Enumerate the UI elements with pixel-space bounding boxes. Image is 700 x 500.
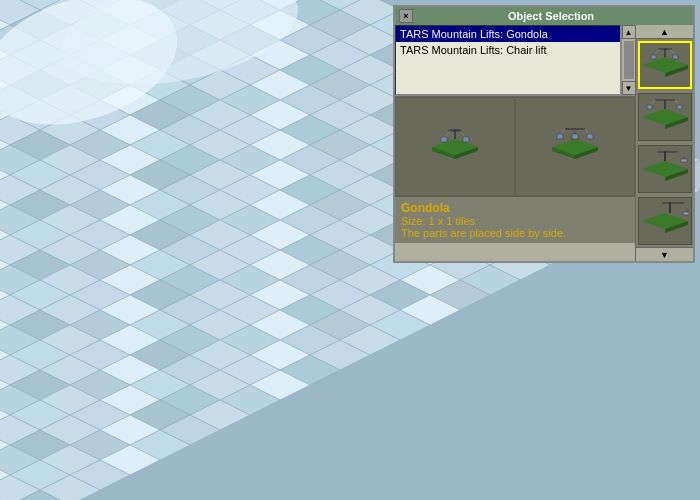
gondola-preview-right xyxy=(550,125,600,169)
list-item[interactable]: TARS Mountain Lifts: Chair lift xyxy=(396,42,620,58)
svg-rect-19 xyxy=(572,134,578,139)
thumb-gondola-1 xyxy=(640,43,690,87)
svg-rect-27 xyxy=(651,55,656,59)
thumbnail-2[interactable] xyxy=(638,93,692,141)
svg-rect-35 xyxy=(677,105,682,109)
thumb-gondola-2 xyxy=(640,95,690,139)
item-list: TARS Mountain Lifts: Gondola TARS Mounta… xyxy=(395,25,621,95)
preview-area xyxy=(395,96,635,196)
list-item[interactable]: TARS Mountain Lifts: Gondola xyxy=(396,26,620,42)
scroll-down-arrow[interactable]: ▼ xyxy=(622,81,636,95)
thumbnail-4[interactable] xyxy=(638,197,692,245)
thumbnail-1[interactable] xyxy=(638,41,692,89)
panel-title: Object Selection xyxy=(413,10,689,22)
info-name: Gondola xyxy=(401,201,629,215)
panel-body: TARS Mountain Lifts: Gondola TARS Mounta… xyxy=(395,25,693,261)
svg-rect-51 xyxy=(683,212,689,215)
preview-cell-left[interactable] xyxy=(395,97,515,196)
svg-rect-7 xyxy=(441,137,447,142)
thumbnail-3[interactable] xyxy=(638,145,692,193)
scroll-up-arrow[interactable]: ▲ xyxy=(622,25,636,39)
preview-cell-right[interactable] xyxy=(515,97,635,196)
svg-rect-9 xyxy=(463,137,469,142)
list-scrollbar: ▲ ▼ xyxy=(621,25,635,95)
info-desc: The parts are placed side by side. xyxy=(401,227,629,239)
close-button[interactable]: × xyxy=(399,9,413,23)
scroll-thumb[interactable] xyxy=(624,41,634,79)
item-list-container: TARS Mountain Lifts: Gondola TARS Mounta… xyxy=(395,25,635,96)
gondola-preview-left xyxy=(430,125,480,169)
thumb-scroll-down[interactable]: ▼ xyxy=(636,247,693,261)
thumb-chairlift-2 xyxy=(640,199,690,243)
svg-rect-29 xyxy=(673,55,678,59)
thumb-chairlift-1 xyxy=(640,147,690,191)
svg-rect-37 xyxy=(647,105,652,109)
thumb-scroll-up[interactable]: ▲ xyxy=(636,25,693,39)
info-size: Size: 1 x 1 tiles xyxy=(401,215,629,227)
svg-line-42 xyxy=(676,152,684,159)
svg-rect-44 xyxy=(681,159,687,162)
right-thumbnails: ▲ xyxy=(635,25,693,261)
info-size-value: 1 x 1 tiles xyxy=(429,215,475,227)
left-side: TARS Mountain Lifts: Gondola TARS Mounta… xyxy=(395,25,635,261)
info-area: Gondola Size: 1 x 1 tiles The parts are … xyxy=(395,196,635,243)
svg-rect-17 xyxy=(557,134,563,139)
panel-titlebar: × Object Selection xyxy=(395,7,693,25)
object-selection-panel: × Object Selection TARS Mountain Lifts: … xyxy=(393,5,695,263)
svg-rect-21 xyxy=(587,134,593,139)
